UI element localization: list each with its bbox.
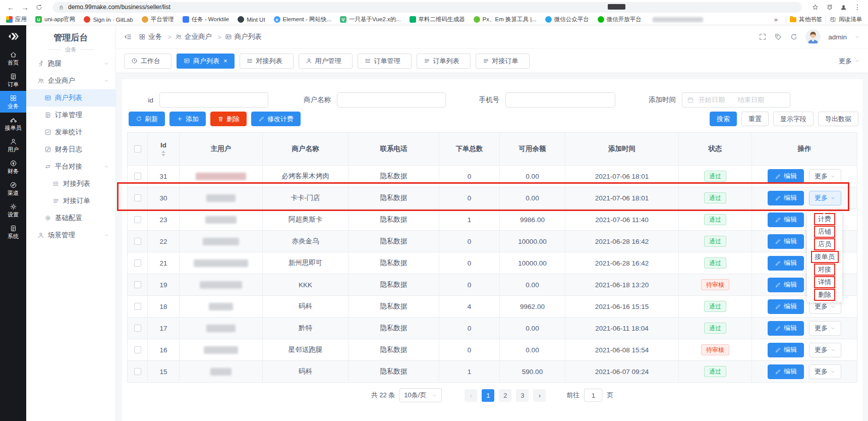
next-page-button[interactable]: › [533,389,546,402]
more-button[interactable]: 更多 [809,343,841,357]
dropdown-item[interactable]: 店员 [807,238,842,251]
page-number-button[interactable]: 2 [499,389,511,402]
id-input[interactable] [159,92,268,108]
bookmark[interactable]: e Element - 网站快... [274,16,332,23]
sort-icon[interactable] [161,150,165,156]
breadcrumb-item[interactable]: 业务 > [139,32,171,41]
show-fields-button[interactable]: 显示字段 [773,112,814,126]
bookmark[interactable]: 任务 - Worktile [183,16,229,23]
dropdown-item[interactable]: 店铺 [807,226,842,238]
app-logo[interactable] [0,25,26,47]
merchant-name-input[interactable] [337,92,446,108]
bookmark[interactable]: 微信公众平台 [545,16,589,23]
edit-button[interactable]: 编辑 [768,234,804,249]
bookmark[interactable]: Px、Em 换算工具 |... [474,16,537,23]
edit-button[interactable]: 编辑 [768,256,804,271]
row-checkbox[interactable] [134,303,141,310]
tab[interactable]: 商户列表 × [177,54,235,69]
profile-icon[interactable] [840,4,847,11]
row-checkbox[interactable] [134,173,141,180]
refresh-button[interactable]: 刷新 [129,112,165,126]
search-button[interactable]: 搜索 [710,112,737,126]
rail-item[interactable]: 业务 [0,91,26,113]
sidebar-item[interactable]: 发单统计 [26,124,115,141]
row-checkbox[interactable] [134,194,141,201]
edit-button[interactable]: 编辑 [768,299,804,314]
edit-button[interactable]: 编辑 [768,343,804,357]
export-button[interactable]: 导出数据 [818,112,858,126]
sidebar-item[interactable]: 财务日志 [26,141,115,158]
avatar[interactable] [805,29,821,44]
edit-button[interactable]: 编辑 [768,213,804,227]
more-button[interactable]: 更多 [809,321,841,336]
rail-item[interactable]: 订单 [0,69,26,91]
reading-list[interactable]: 阅读清单 [830,16,862,23]
dropdown-item[interactable]: 删除 [807,288,842,301]
sidebar-item[interactable]: 对接列表 [26,175,115,192]
bookmark[interactable]: Mint UI [238,16,265,23]
collapse-sidebar-icon[interactable] [124,33,132,41]
reset-button[interactable]: 重置 [741,112,769,126]
breadcrumb-item[interactable]: 企业商户 > [175,32,221,41]
row-checkbox[interactable] [134,325,141,332]
phone-input[interactable] [505,92,615,108]
row-checkbox[interactable] [134,368,141,375]
row-checkbox[interactable] [134,346,141,353]
forward-icon[interactable]: → [21,4,29,11]
sidebar-item[interactable]: 基础配置 [26,209,115,227]
goto-page-input[interactable] [584,389,602,402]
row-checkbox[interactable] [134,281,141,288]
sidebar-item[interactable]: 跑腿 [26,55,115,72]
bookmark[interactable]: V 一只基于Vue2.x的... [340,16,400,23]
tab[interactable]: 用户管理 [299,54,353,69]
edit-button[interactable]: 编辑 [768,364,804,379]
prev-page-button[interactable]: ‹ [465,389,477,402]
sidebar-item[interactable]: 订单管理 [26,107,115,124]
more-button[interactable]: 更多 [809,169,841,184]
page-number-button[interactable]: 1 [482,389,494,402]
tab[interactable]: 订单列表 [417,54,471,69]
tab[interactable]: 对接订单 [476,54,530,69]
edit-fee-button[interactable]: 修改计费 [251,112,301,126]
bookmark[interactable]: 平台管理 [142,16,174,23]
edit-button[interactable]: 编辑 [768,321,804,336]
tab[interactable]: 工作台 [124,54,171,69]
dropdown-item[interactable]: 详情 [807,276,842,288]
rail-item[interactable]: 系统 [0,221,26,243]
reload-icon[interactable] [35,4,43,11]
username[interactable]: admin [828,33,847,41]
breadcrumb-item[interactable]: 商户列表 [225,32,267,41]
tab[interactable]: 订单管理 [358,54,412,69]
bookmarks-overflow-chevron[interactable]: » [774,16,778,23]
row-checkbox[interactable] [134,259,141,267]
select-all-checkbox[interactable] [134,145,141,152]
fullscreen-icon[interactable] [759,33,767,41]
delete-button[interactable]: 删除 [210,112,247,126]
more-button[interactable]: 更多 [809,191,841,205]
sidebar-item[interactable]: 对接订单 [26,192,115,209]
more-button[interactable]: 更多 [809,364,841,379]
edit-button[interactable]: 编辑 [768,191,804,205]
row-checkbox[interactable] [134,238,141,245]
sidebar-item[interactable]: 企业商户 [26,72,115,89]
rail-item[interactable]: 设置 [0,199,26,221]
date-range-input[interactable]: 开始日期 结束日期 [682,92,790,108]
address-bar[interactable]: demo.99make.com/business/seller/list [52,2,802,13]
bookmark-star-icon[interactable] [812,4,819,11]
theme-tag-icon[interactable] [774,33,782,41]
page-number-button[interactable]: 3 [516,389,529,402]
page-size-select[interactable]: 10条/页 [399,388,442,402]
dropdown-item[interactable]: 对接 [807,263,842,276]
bookmark[interactable]: 应用 [6,16,27,23]
tab[interactable]: 对接列表 [240,54,294,69]
rail-item[interactable]: 财务 [0,156,26,178]
url-text[interactable]: demo.99make.com/business/seller/list [68,4,170,11]
browser-menu-icon[interactable]: ⋮ [854,3,861,11]
sidebar-item[interactable]: 商户列表 [26,89,115,107]
refresh-page-icon[interactable] [790,33,798,41]
row-checkbox[interactable] [134,216,141,223]
rail-item[interactable]: 渠道 [0,178,26,199]
bookmark[interactable]: 微信开放平台 [598,16,642,23]
dropdown-item[interactable]: 计费 [807,213,842,226]
sidebar-item[interactable]: 平台对接 [26,158,115,175]
